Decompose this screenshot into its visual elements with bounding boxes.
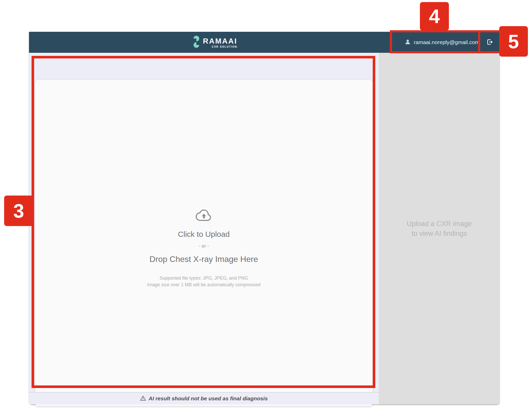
user-email: ramaai.noreply@gmail.com — [414, 39, 479, 45]
supported-types-note: Supported file types: JPG, JPEG, and PNG — [35, 275, 372, 281]
main-content: Click to Upload - or - Drop Chest X-ray … — [29, 53, 379, 404]
click-to-upload-label: Click to Upload — [35, 230, 372, 239]
upload-dropzone[interactable]: Click to Upload - or - Drop Chest X-ray … — [35, 80, 372, 406]
cloud-upload-icon — [35, 209, 372, 222]
brand-name: RAMAAI — [203, 37, 237, 45]
annotation-label-4: 4 — [420, 2, 449, 30]
logout-icon — [486, 38, 493, 46]
app-window: RAMAAI CXR SOLUTION ramaai.noreply@gmail… — [29, 32, 500, 404]
brand-subtitle: CXR SOLUTION — [212, 45, 237, 48]
person-icon — [405, 39, 411, 46]
brand-logo: RAMAAI CXR SOLUTION — [193, 35, 237, 49]
drop-instruction: Drop Chest X-ray Image Here — [35, 254, 372, 264]
header-bar: RAMAAI CXR SOLUTION ramaai.noreply@gmail… — [29, 32, 500, 53]
disclaimer-text: AI result should not be used as final di… — [149, 395, 268, 402]
findings-sidebar: Upload a CXR image to view AI findings — [379, 53, 500, 404]
warning-triangle-icon — [140, 395, 146, 402]
or-separator: - or - — [35, 243, 372, 249]
disclaimer-footer: AI result should not be used as final di… — [29, 392, 379, 404]
sidebar-placeholder-text: Upload a CXR image to view AI findings — [407, 219, 472, 238]
logout-button[interactable] — [480, 32, 499, 53]
annotation-label-3: 3 — [4, 196, 33, 226]
annotation-label-5: 5 — [499, 26, 528, 57]
compression-note: Image size over 1 MB will be automatical… — [35, 281, 372, 288]
brand-logo-icon — [193, 35, 200, 49]
user-account-chip[interactable]: ramaai.noreply@gmail.com — [405, 32, 479, 53]
